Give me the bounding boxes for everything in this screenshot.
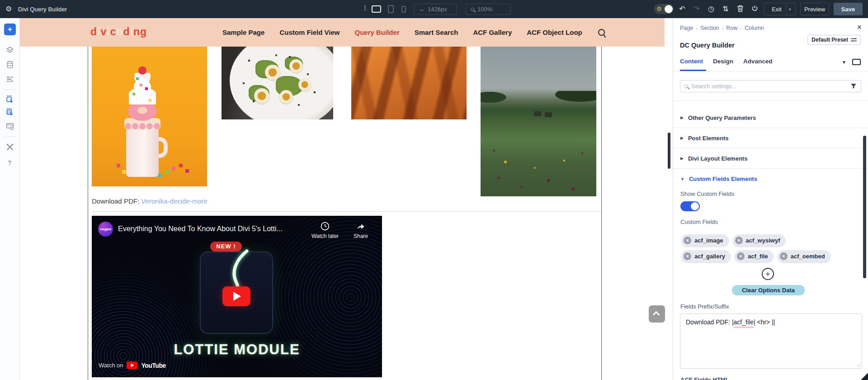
settings-search-input[interactable] xyxy=(691,83,847,90)
gallery-image-desert-dunes[interactable] xyxy=(351,47,467,119)
nav-acf-gallery[interactable]: ACF Gallery xyxy=(473,28,512,36)
zoom-level-input[interactable]: 100% xyxy=(466,4,511,15)
gear-icon[interactable]: ⚙ xyxy=(5,5,12,13)
builder-settings-toggle[interactable]: ⚙ xyxy=(654,4,674,14)
preview-label: Preview xyxy=(804,6,825,13)
show-custom-fields-toggle[interactable] xyxy=(680,201,700,211)
filter-funnel-icon[interactable] xyxy=(850,83,857,89)
nav-query-builder[interactable]: Query Builder xyxy=(354,28,399,36)
close-icon[interactable]: × xyxy=(857,23,862,32)
tag-acf-oembed[interactable]: × acf_oembed xyxy=(778,250,830,262)
remove-tag-icon[interactable]: × xyxy=(684,237,691,244)
site-search-icon[interactable] xyxy=(598,29,605,36)
fields-prefix-suffix-textarea[interactable]: Download PDF: |acf_file| <hr> || xyxy=(680,314,862,369)
window-scrollbar-thumb[interactable] xyxy=(863,136,866,278)
textarea-resize-handle[interactable] xyxy=(856,363,860,367)
power-exit-icon[interactable] xyxy=(750,5,760,14)
history-icon[interactable]: ◷ xyxy=(706,5,716,13)
nav-smart-search[interactable]: Smart Search xyxy=(415,28,458,36)
youtube-video-embed[interactable]: elegant Everything You Need To Know Abou… xyxy=(92,216,382,377)
gallery-image-green-meadow[interactable] xyxy=(481,47,596,196)
module-settings-panel: Page› Section› Row› Column × DC Query Bu… xyxy=(673,18,868,380)
watch-on-label: Watch on xyxy=(99,362,123,369)
help-icon[interactable]: ? xyxy=(8,159,12,166)
custom-fields-tags-row: × acf_image × acf_wysiwyf xyxy=(681,234,785,247)
breadcrumb-page[interactable]: Page xyxy=(680,25,693,31)
watch-on-youtube-link[interactable]: Watch on YouTube xyxy=(99,361,166,369)
add-module-button[interactable]: + xyxy=(4,24,16,35)
tag-label: acf_wysiwyf xyxy=(746,237,780,244)
responsive-caret-down-icon[interactable]: ▼ xyxy=(842,60,846,65)
phone-view-icon[interactable] xyxy=(401,6,406,13)
tab-design[interactable]: Design xyxy=(713,58,733,65)
remove-tag-icon[interactable]: × xyxy=(780,252,788,260)
video-title[interactable]: Everything You Need To Know About Divi 5… xyxy=(118,225,283,233)
gallery-image-avocado-toast[interactable] xyxy=(222,47,333,119)
click-interaction-filled-icon[interactable] xyxy=(6,108,14,116)
youtube-play-button[interactable] xyxy=(222,286,250,306)
site-logo[interactable]: divicoding xyxy=(90,26,147,38)
caret-right-icon: ▶ xyxy=(680,115,684,120)
module-title: DC Query Builder xyxy=(680,42,735,49)
exit-button[interactable]: Exit ▾ xyxy=(764,3,796,15)
tag-acf-file[interactable]: × acf_file xyxy=(735,250,774,262)
share-button[interactable]: Share xyxy=(350,222,371,239)
section-boundary-right xyxy=(601,47,602,380)
remove-tag-icon[interactable]: × xyxy=(735,237,743,244)
tag-label: acf_image xyxy=(694,237,723,244)
builder-left-rail: + ? xyxy=(0,18,20,380)
remove-tag-icon[interactable]: × xyxy=(684,252,691,260)
default-preset-button[interactable]: Default Preset xyxy=(807,35,861,45)
breadcrumb-row[interactable]: Row xyxy=(726,25,737,31)
redo-icon[interactable]: ↷ xyxy=(692,5,702,13)
database-icon[interactable] xyxy=(6,61,14,69)
gallery-image-milkshake[interactable] xyxy=(92,47,207,186)
channel-avatar[interactable]: elegant xyxy=(98,222,113,237)
add-field-button[interactable]: + xyxy=(762,268,774,280)
panel-drag-handle[interactable] xyxy=(668,133,670,169)
watch-later-button[interactable]: Watch later xyxy=(308,222,342,239)
nav-sample-page[interactable]: Sample Page xyxy=(222,28,264,36)
tag-acf-wysiwyf[interactable]: × acf_wysiwyf xyxy=(733,234,786,247)
section-divi-layout-elements[interactable]: ▶ Divi Layout Elements xyxy=(673,148,868,169)
desktop-view-icon[interactable] xyxy=(372,5,381,13)
settings-search[interactable] xyxy=(680,80,861,92)
clear-options-data-button[interactable]: Clear Options Data xyxy=(732,285,805,295)
section-boundary-left xyxy=(88,47,88,380)
breadcrumb-column[interactable]: Column xyxy=(745,25,764,31)
undo-icon[interactable]: ↶ xyxy=(677,5,687,13)
layers-icon[interactable] xyxy=(6,46,14,54)
tools-icon[interactable] xyxy=(6,143,14,151)
responsive-desktop-icon[interactable] xyxy=(852,59,861,65)
panel-divider xyxy=(673,71,868,71)
layout-preview-icon[interactable] xyxy=(6,122,14,130)
tablet-view-icon[interactable] xyxy=(388,5,394,13)
nav-custom-field-view[interactable]: Custom Field View xyxy=(279,28,340,36)
tab-advanced[interactable]: Advanced xyxy=(743,58,773,65)
section-custom-fields-elements[interactable]: ▼ Custom Fields Elements xyxy=(673,169,868,189)
tag-acf-gallery[interactable]: × acf_gallery xyxy=(681,250,731,262)
caret-right-icon: ▶ xyxy=(680,136,684,140)
section-other-query-parameters[interactable]: ▶ Other Query Parameters xyxy=(673,108,868,128)
remove-tag-icon[interactable]: × xyxy=(737,252,745,260)
watch-later-label: Watch later xyxy=(311,233,339,239)
save-button[interactable]: Save xyxy=(834,3,863,15)
nav-acf-object-loop[interactable]: ACF Object Loop xyxy=(527,28,582,36)
exit-chevron-down-icon[interactable]: ▾ xyxy=(786,3,793,15)
section-post-elements[interactable]: ▶ Post Elements xyxy=(673,128,868,148)
more-options-icon[interactable]: ⋮ xyxy=(362,4,368,12)
wireframe-list-icon[interactable] xyxy=(6,75,14,83)
download-pdf-link[interactable]: Veronika-decide-morir xyxy=(141,197,208,205)
tab-content[interactable]: Content xyxy=(680,58,703,65)
click-interaction-icon[interactable] xyxy=(6,95,14,103)
window-resize-corner xyxy=(861,373,868,380)
breadcrumb-section[interactable]: Section xyxy=(700,25,719,31)
preview-button[interactable]: Preview xyxy=(800,3,829,15)
viewport-width-input[interactable]: ↔ 1426px xyxy=(414,4,457,15)
portability-sort-icon[interactable]: ⇅ xyxy=(721,5,731,13)
acf-fields-html-label: ACF Fields HTML xyxy=(680,376,729,380)
tag-acf-image[interactable]: × acf_image xyxy=(681,234,729,247)
scroll-to-top-button[interactable] xyxy=(649,305,665,323)
custom-fields-tags-row: × acf_gallery × acf_file × acf_oembed xyxy=(681,250,830,262)
trash-icon[interactable] xyxy=(735,5,745,14)
